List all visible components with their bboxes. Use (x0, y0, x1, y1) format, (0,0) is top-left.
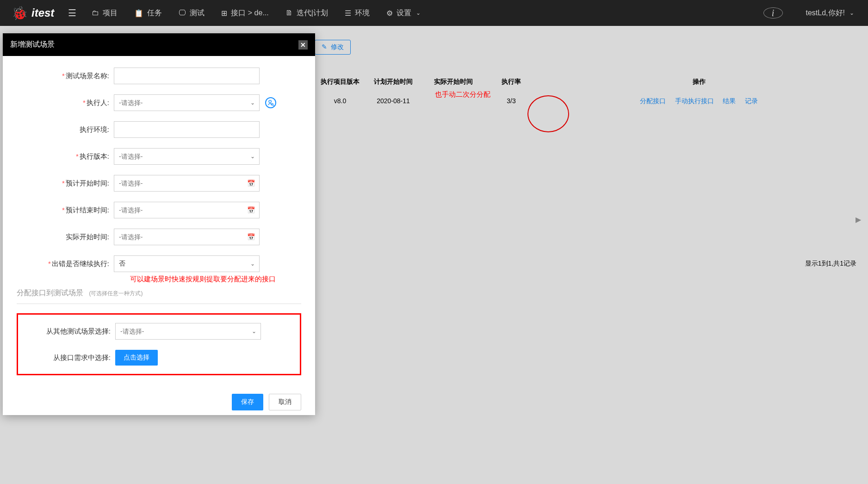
section-divider (17, 304, 301, 304)
save-button[interactable]: 保存 (232, 394, 263, 410)
gear-icon: ⚙ (386, 9, 393, 18)
label-version: *执行版本: (17, 152, 114, 161)
section-subtitle: (可选择任意一种方式) (89, 290, 143, 297)
row-scene-name: *测试场景名称: (17, 68, 301, 84)
bug-icon: 🐞 (12, 6, 28, 21)
modal-body: *测试场景名称: *执行人: ⌄ 执行环境: *执行版本: ⌄ (3, 56, 315, 394)
nav-iteration-label: 迭代|计划 (297, 8, 328, 18)
label-actual-start: 实际开始时间: (17, 233, 114, 242)
select-from-other-scene[interactable] (115, 323, 261, 340)
row-continue-on-error: *出错是否继续执行: ⌄ (17, 255, 301, 272)
modal-title: 新增测试场景 (10, 40, 55, 50)
select-executor[interactable] (114, 94, 260, 111)
label-executor: *执行人: (17, 99, 114, 107)
label-from-other-scene: 从其他测试场景选择: (18, 327, 115, 336)
hamburger-icon[interactable]: ☰ (61, 7, 83, 19)
modal-header: 新增测试场景 ✕ (3, 33, 315, 56)
chevron-down-icon: ⌄ (849, 10, 854, 16)
scroll-right-arrow[interactable]: ▶ (856, 215, 861, 224)
nav-test[interactable]: 🖵 测试 (170, 0, 213, 26)
nav-env-label: 环境 (355, 8, 370, 18)
input-env[interactable] (114, 121, 260, 138)
info-icon[interactable]: i (763, 7, 783, 19)
document-icon: 🗎 (285, 9, 293, 17)
new-test-scene-modal: 新增测试场景 ✕ *测试场景名称: *执行人: ⌄ 执行环境: *执行版本: (3, 33, 315, 415)
nav-settings-label: 设置 (397, 8, 411, 18)
folder-icon: 🗀 (92, 9, 99, 17)
row-from-other-scene: 从其他测试场景选择: ⌄ (18, 323, 300, 340)
nav-test-label: 测试 (190, 8, 205, 18)
user-greeting: testLd,你好! (806, 8, 845, 18)
nav-iteration[interactable]: 🗎 迭代|计划 (277, 0, 336, 26)
input-scene-name[interactable] (114, 68, 260, 84)
input-plan-end[interactable] (114, 202, 260, 218)
nav-task[interactable]: 📋 任务 (126, 0, 170, 26)
nav-interface-label: 接口 > de... (231, 8, 268, 18)
user-search-icon[interactable] (265, 97, 276, 108)
row-from-requirement: 从接口需求中选择: 点击选择 (18, 350, 300, 366)
monitor-icon: 🖵 (179, 9, 186, 17)
annotation-text-1: 也手动二次分分配 (435, 90, 490, 99)
row-env: 执行环境: (17, 121, 301, 138)
svg-point-0 (269, 100, 271, 103)
label-from-requirement: 从接口需求中选择: (18, 354, 115, 362)
svg-point-1 (271, 103, 273, 105)
cancel-button[interactable]: 取消 (269, 394, 301, 410)
label-plan-start: *预计开始时间: (17, 179, 114, 188)
top-navbar: 🐞 itest ☰ 🗀 项目 📋 任务 🖵 测试 ⊞ 接口 > de... 🗎 … (0, 0, 868, 26)
nav-env[interactable]: ☰ 环境 (336, 0, 378, 26)
click-select-button[interactable]: 点击选择 (115, 350, 158, 366)
row-executor: *执行人: ⌄ (17, 94, 301, 111)
annotation-text-2: 可以建场景时快速按规则提取要分配进来的接口 (130, 275, 301, 284)
clipboard-icon: 📋 (134, 9, 143, 18)
logo-area[interactable]: 🐞 itest (5, 6, 61, 21)
nav-interface[interactable]: ⊞ 接口 > de... (213, 0, 277, 26)
nav-project-label: 项目 (103, 8, 118, 18)
section-title: 分配接口到测试场景 (可选择任意一种方式) (17, 288, 301, 298)
label-scene-name: *测试场景名称: (17, 72, 114, 81)
modal-footer: 保存 取消 (3, 394, 315, 415)
label-plan-end: *预计结束时间: (17, 206, 114, 215)
row-plan-end: *预计结束时间: 📅 (17, 202, 301, 218)
input-actual-start[interactable] (114, 229, 260, 245)
row-plan-start: *预计开始时间: 📅 (17, 175, 301, 192)
row-actual-start: 实际开始时间: 📅 (17, 229, 301, 245)
nav-settings[interactable]: ⚙ 设置 ⌄ (378, 0, 429, 26)
api-icon: ⊞ (221, 9, 227, 18)
chevron-down-icon: ⌄ (416, 10, 421, 16)
select-continue-on-error[interactable] (114, 255, 260, 272)
nav-task-label: 任务 (147, 8, 162, 18)
select-version[interactable] (114, 148, 260, 165)
logo-text: itest (31, 6, 54, 19)
annotation-red-box: 从其他测试场景选择: ⌄ 从接口需求中选择: 点击选择 (17, 313, 301, 375)
server-icon: ☰ (345, 9, 351, 18)
label-env: 执行环境: (17, 125, 114, 134)
user-menu[interactable]: testLd,你好! ⌄ (797, 8, 863, 18)
input-plan-start[interactable] (114, 175, 260, 192)
close-button[interactable]: ✕ (298, 40, 308, 50)
row-version: *执行版本: ⌄ (17, 148, 301, 165)
nav-project[interactable]: 🗀 项目 (83, 0, 126, 26)
label-continue-on-error: *出错是否继续执行: (17, 260, 114, 268)
